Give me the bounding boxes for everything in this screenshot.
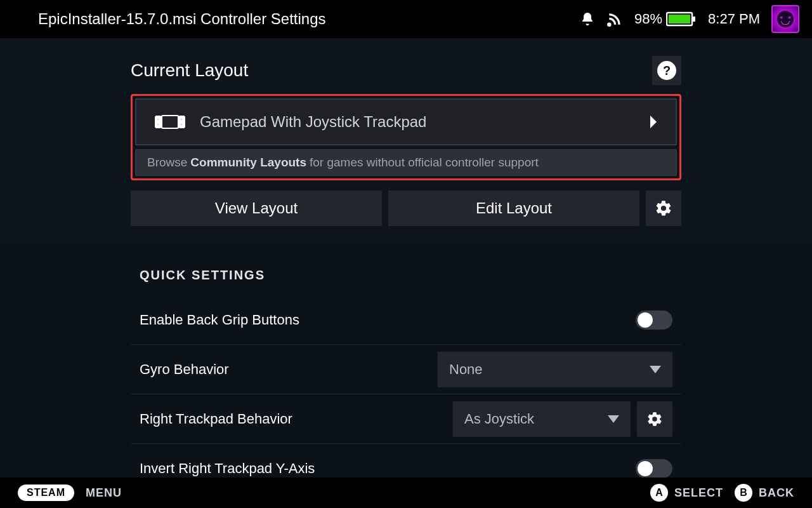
setting-right-trackpad: Right Trackpad Behavior As Joystick [131, 394, 681, 444]
current-layout-row[interactable]: Gamepad With Joystick Trackpad [135, 98, 677, 145]
clock: 8:27 PM [708, 11, 760, 27]
gear-icon [646, 411, 663, 427]
browse-suffix: for games without official controller su… [310, 156, 539, 170]
browse-bold: Community Layouts [190, 156, 306, 170]
footer-bar: STEAM MENU A SELECT B BACK [0, 478, 812, 508]
right-trackpad-settings-button[interactable] [637, 401, 672, 437]
svg-rect-5 [178, 116, 185, 128]
layout-highlight-box: Gamepad With Joystick Trackpad Browse Co… [131, 94, 681, 180]
gear-icon [655, 199, 672, 217]
status-tray: 98% 8:27 PM ×× [580, 5, 799, 33]
svg-rect-1 [693, 17, 695, 22]
quick-settings-heading: QUICK SETTINGS [131, 263, 681, 295]
browse-community-layouts[interactable]: Browse Community Layouts for games witho… [135, 149, 677, 176]
dropdown-gyro-value: None [449, 361, 650, 378]
svg-point-6 [157, 119, 159, 121]
browse-prefix: Browse [147, 156, 187, 170]
avatar[interactable]: ×× [771, 5, 799, 33]
battery-percent: 98% [634, 11, 662, 27]
svg-point-8 [181, 119, 183, 121]
setting-label-right-trackpad: Right Trackpad Behavior [140, 411, 453, 427]
layout-actions: View Layout Edit Layout [131, 190, 681, 226]
current-layout-label: Current Layout [131, 60, 248, 81]
toggle-invert-right[interactable] [636, 459, 672, 478]
setting-label-back-grip: Enable Back Grip Buttons [140, 312, 636, 328]
layout-name: Gamepad With Joystick Trackpad [200, 113, 426, 131]
dropdown-gyro[interactable]: None [438, 352, 672, 387]
view-layout-button[interactable]: View Layout [131, 190, 382, 226]
b-button-icon: B [735, 484, 752, 502]
battery-icon [666, 11, 697, 27]
help-button[interactable]: ? [652, 56, 681, 85]
setting-label-gyro: Gyro Behavior [140, 361, 438, 378]
footer-hint-select: A SELECT [650, 484, 723, 502]
network-icon[interactable] [606, 11, 623, 27]
a-button-icon: A [650, 484, 668, 502]
chevron-down-icon [608, 415, 619, 423]
top-status-bar: EpicInstaller-15.7.0.msi Controller Sett… [0, 0, 812, 38]
setting-gyro: Gyro Behavior None [131, 345, 681, 394]
setting-back-grip: Enable Back Grip Buttons [131, 295, 681, 345]
hint-select-label: SELECT [674, 486, 723, 500]
hint-back-label: BACK [759, 486, 794, 500]
svg-rect-3 [162, 116, 178, 128]
chevron-right-icon [649, 116, 658, 128]
layout-settings-button[interactable] [646, 190, 681, 226]
svg-point-7 [157, 124, 159, 126]
current-layout-heading: Current Layout ? [131, 38, 681, 94]
page-title: EpicInstaller-15.7.0.msi Controller Sett… [38, 10, 580, 28]
bell-icon[interactable] [580, 11, 595, 27]
toggle-back-grip[interactable] [636, 311, 672, 330]
footer-menu-label: MENU [86, 486, 122, 500]
steam-button[interactable]: STEAM [18, 485, 74, 501]
setting-label-invert-right: Invert Right Trackpad Y-Axis [140, 460, 636, 477]
quick-settings-section: QUICK SETTINGS Enable Back Grip Buttons … [0, 245, 812, 508]
dropdown-right-trackpad-value: As Joystick [464, 411, 608, 427]
footer-hint-back: B BACK [735, 484, 794, 502]
svg-rect-4 [155, 116, 162, 128]
chevron-down-icon [650, 366, 661, 373]
main-content: Current Layout ? Gamepad With Joystick T… [0, 38, 812, 508]
edit-layout-button[interactable]: Edit Layout [388, 190, 639, 226]
svg-rect-2 [669, 15, 690, 23]
battery-indicator: 98% [634, 11, 697, 27]
help-icon: ? [657, 61, 676, 80]
steamdeck-icon [154, 113, 186, 131]
dropdown-right-trackpad[interactable]: As Joystick [453, 401, 631, 437]
svg-point-9 [181, 124, 183, 126]
